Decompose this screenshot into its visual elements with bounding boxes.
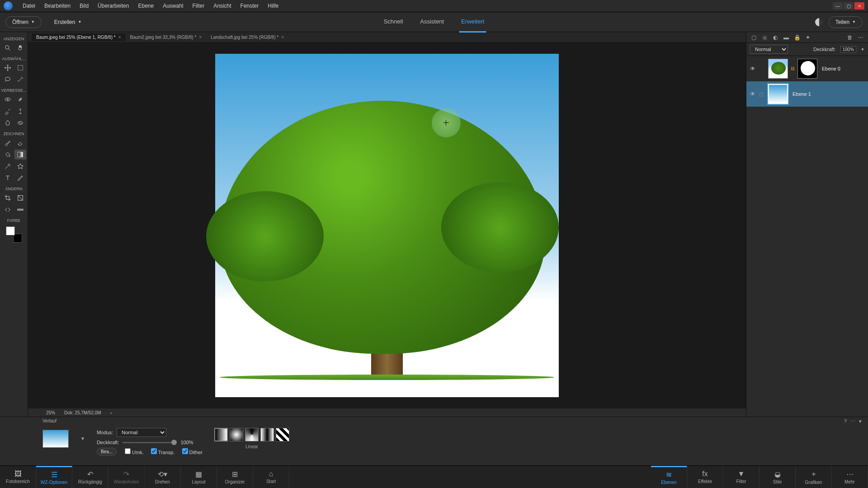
bucket-tool[interactable] bbox=[2, 150, 14, 160]
effects-icon[interactable]: ✦ bbox=[804, 34, 811, 41]
menu-image[interactable]: Bild bbox=[75, 3, 93, 9]
visibility-icon[interactable]: 👁 bbox=[750, 66, 756, 72]
document-tab[interactable]: Baum2.jpeg bei 33,3% (RGB/8) *× bbox=[126, 33, 207, 41]
new-group-icon[interactable]: ▣ bbox=[761, 34, 768, 41]
gradient-angle[interactable] bbox=[245, 428, 259, 441]
adjustment-icon[interactable]: ◐ bbox=[772, 34, 779, 41]
undo-button[interactable]: ↶Rückgängig bbox=[72, 466, 108, 488]
sponge-tool[interactable] bbox=[14, 118, 26, 128]
zoom-tool[interactable] bbox=[2, 43, 14, 53]
tooloptions-button[interactable]: ☰WZ-Optionen bbox=[36, 466, 72, 488]
document-tab[interactable]: Baum.jpeg bei 25% (Ebene 1, RGB/8) *× bbox=[32, 33, 126, 41]
close-icon[interactable]: × bbox=[199, 35, 202, 40]
more-button[interactable]: ⋯Mehr bbox=[832, 466, 868, 488]
canvas[interactable] bbox=[215, 54, 559, 397]
dither-checkbox[interactable]: Dither bbox=[182, 448, 203, 455]
tab-quick[interactable]: Schnell bbox=[382, 12, 405, 33]
zoom-level[interactable]: 25% bbox=[33, 410, 55, 415]
recompose-tool[interactable] bbox=[14, 193, 26, 203]
link-icon[interactable]: ⛓ bbox=[791, 66, 795, 71]
blur-tool[interactable] bbox=[2, 118, 14, 128]
gradient-diamond[interactable] bbox=[276, 428, 289, 441]
tab-expert[interactable]: Erweitert bbox=[459, 12, 486, 33]
share-button[interactable]: Teilen▼ bbox=[829, 16, 863, 28]
close-icon[interactable]: × bbox=[281, 35, 284, 40]
layer-name[interactable]: Ebene 1 bbox=[793, 91, 811, 97]
filter-button[interactable]: ▼Filter bbox=[723, 466, 760, 488]
minimize-icon[interactable]: — bbox=[833, 2, 843, 9]
gradient-preview[interactable] bbox=[42, 430, 69, 448]
marquee-tool[interactable] bbox=[14, 63, 26, 73]
opacity-value[interactable]: 100% bbox=[840, 46, 857, 53]
menu-window[interactable]: Fenster bbox=[236, 3, 264, 9]
menu-help[interactable]: Hilfe bbox=[263, 3, 283, 9]
redeye-tool[interactable] bbox=[2, 94, 14, 104]
layer-row[interactable]: 👁 ⛓ Ebene 0 bbox=[746, 56, 868, 81]
styles-button[interactable]: ◒Stile bbox=[760, 466, 796, 488]
graphics-button[interactable]: ＋Grafiken bbox=[796, 466, 832, 488]
shape-tool[interactable] bbox=[14, 161, 26, 171]
lasso-tool[interactable] bbox=[2, 75, 14, 84]
trash-icon[interactable]: 🗑 bbox=[846, 34, 854, 41]
redo-button[interactable]: ↷Wiederholen bbox=[108, 466, 145, 488]
lock-icon[interactable]: ⬚ bbox=[759, 92, 765, 97]
menu-select[interactable]: Auswahl bbox=[158, 3, 188, 9]
create-button[interactable]: Erstellen▼ bbox=[48, 17, 88, 28]
smartbrush-tool[interactable] bbox=[2, 106, 14, 116]
mode-select[interactable]: Normal bbox=[117, 428, 166, 437]
menu-file[interactable]: Datei bbox=[18, 3, 40, 9]
chevron-down-icon[interactable]: ▼ bbox=[861, 47, 864, 52]
organizer-button[interactable]: ⊞Organizer bbox=[217, 466, 253, 488]
menu-view[interactable]: Ansicht bbox=[209, 3, 236, 9]
close-icon[interactable]: ✕ bbox=[854, 2, 864, 9]
layout-button[interactable]: ▦Layout bbox=[181, 466, 217, 488]
layers-button[interactable]: ≋Ebenen bbox=[651, 466, 687, 488]
lock-icon[interactable]: 🔒 bbox=[793, 34, 801, 41]
help-icon[interactable]: ? bbox=[844, 418, 847, 424]
contentmove-tool[interactable] bbox=[2, 205, 14, 215]
healing-tool[interactable] bbox=[14, 94, 26, 104]
move-tool[interactable] bbox=[2, 63, 14, 73]
foreground-color[interactable] bbox=[6, 226, 15, 235]
brush-tool[interactable] bbox=[2, 138, 14, 148]
chevron-down-icon[interactable]: ▼ bbox=[80, 436, 85, 441]
visibility-icon[interactable]: 👁 bbox=[750, 91, 756, 97]
panel-menu-icon[interactable]: ⋯ bbox=[857, 34, 864, 41]
menu-edit[interactable]: Bearbeiten bbox=[40, 3, 75, 9]
layer-thumbnail[interactable] bbox=[768, 59, 788, 79]
edit-gradient-button[interactable]: Bea... bbox=[97, 448, 117, 455]
clone-tool[interactable] bbox=[14, 106, 26, 116]
hand-tool[interactable] bbox=[14, 43, 26, 53]
gradient-reflected[interactable] bbox=[260, 428, 274, 441]
new-layer-icon[interactable]: ▢ bbox=[750, 34, 757, 41]
collapse-icon[interactable]: ▾ bbox=[859, 418, 862, 424]
photobin-button[interactable]: 🖼Fotobereich bbox=[0, 466, 36, 488]
layer-thumbnail[interactable] bbox=[768, 84, 788, 104]
open-button[interactable]: Öffnen▼ bbox=[5, 16, 42, 28]
arrow-right-icon[interactable]: ▸ bbox=[110, 410, 113, 415]
text-tool[interactable] bbox=[2, 173, 14, 183]
tab-guided[interactable]: Assistent bbox=[418, 12, 446, 33]
menu-filter[interactable]: Filter bbox=[188, 3, 209, 9]
close-icon[interactable]: × bbox=[118, 35, 121, 40]
document-tab[interactable]: Landschaft.jpg bei 25% (RGB/8) *× bbox=[206, 33, 288, 41]
canvas-area[interactable] bbox=[28, 42, 746, 408]
theme-icon[interactable] bbox=[815, 18, 823, 26]
rotate-button[interactable]: ⟲▾Drehen bbox=[145, 466, 181, 488]
pencil-tool[interactable] bbox=[14, 173, 26, 183]
opacity-slider[interactable] bbox=[123, 442, 177, 443]
blend-mode-select[interactable]: Normal bbox=[750, 45, 788, 54]
menu-enhance[interactable]: Überarbeiten bbox=[93, 3, 133, 9]
maximize-icon[interactable]: ▢ bbox=[844, 2, 854, 9]
reverse-checkbox[interactable]: Umk. bbox=[125, 448, 144, 455]
effects-button[interactable]: fxEffekte bbox=[687, 466, 723, 488]
options-menu-icon[interactable]: ⋯ bbox=[850, 418, 855, 424]
straighten-tool[interactable] bbox=[14, 205, 26, 215]
crop-tool[interactable] bbox=[2, 193, 14, 203]
home-button[interactable]: ⌂Start bbox=[253, 466, 289, 488]
gradient-linear[interactable] bbox=[214, 428, 228, 441]
mask-thumbnail[interactable] bbox=[797, 59, 817, 79]
eraser-tool[interactable] bbox=[14, 138, 26, 148]
color-swatches[interactable] bbox=[6, 226, 22, 243]
gradient-radial[interactable] bbox=[230, 428, 243, 441]
